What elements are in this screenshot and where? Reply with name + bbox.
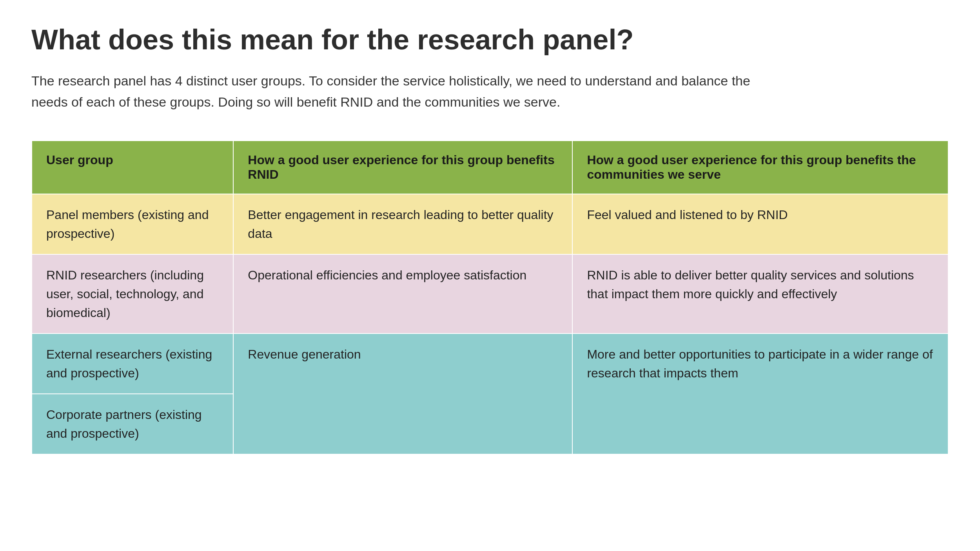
page-subtitle: The research panel has 4 distinct user g… <box>31 70 776 113</box>
rnid-benefit-panel-members: Better engagement in research leading to… <box>233 194 572 254</box>
header-user-group: User group <box>32 141 233 194</box>
table-row: RNID researchers (including user, social… <box>32 254 948 334</box>
header-benefits-communities: How a good user experience for this grou… <box>572 141 948 194</box>
rnid-benefit-external: Revenue generation <box>233 334 572 454</box>
header-benefits-rnid: How a good user experience for this grou… <box>233 141 572 194</box>
research-panel-table: User group How a good user experience fo… <box>31 140 949 455</box>
community-benefit-researchers: RNID is able to deliver better quality s… <box>572 254 948 334</box>
user-group-rnid-researchers: RNID researchers (including user, social… <box>32 254 233 334</box>
rnid-benefit-researchers: Operational efficiencies and employee sa… <box>233 254 572 334</box>
page-title: What does this mean for the research pan… <box>31 24 949 56</box>
table-row: External researchers (existing and prosp… <box>32 334 948 394</box>
community-benefit-panel-members: Feel valued and listened to by RNID <box>572 194 948 254</box>
user-group-external-researchers: External researchers (existing and prosp… <box>32 334 233 394</box>
user-group-panel-members: Panel members (existing and prospective) <box>32 194 233 254</box>
community-benefit-external: More and better opportunities to partici… <box>572 334 948 454</box>
user-group-corporate-partners: Corporate partners (existing and prospec… <box>32 394 233 454</box>
table-row: Panel members (existing and prospective)… <box>32 194 948 254</box>
